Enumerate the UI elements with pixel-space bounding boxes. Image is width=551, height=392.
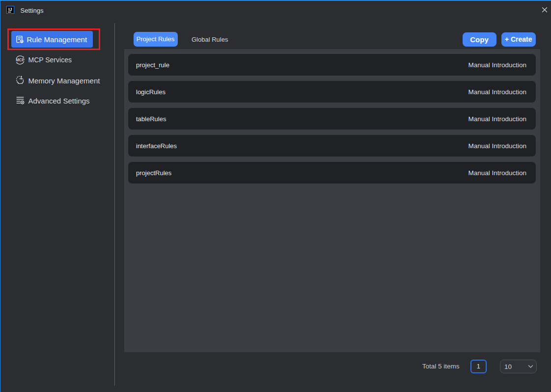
svg-text:MCP: MCP [16,57,25,62]
svg-text:IJ: IJ [8,7,12,12]
